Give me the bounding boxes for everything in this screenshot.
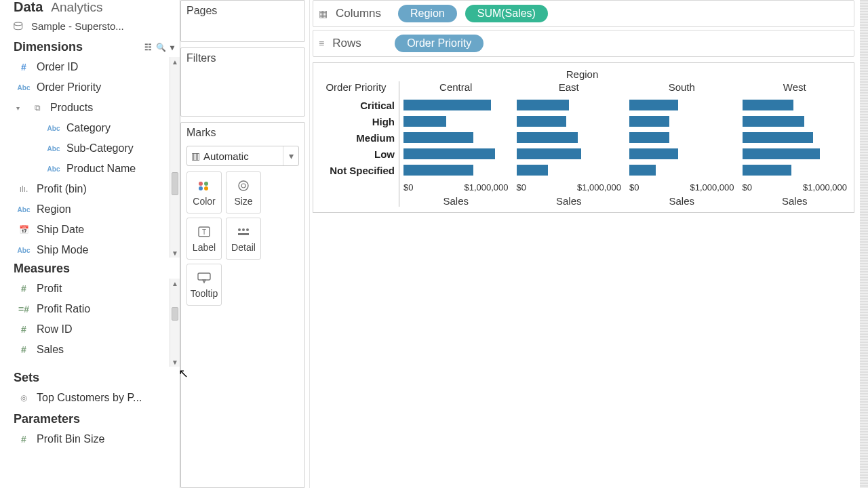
chart-column-central: Central$0$1,000,000Sales bbox=[399, 81, 513, 207]
bar-cell[interactable] bbox=[403, 162, 509, 178]
bar[interactable] bbox=[403, 148, 495, 159]
field-order-priority[interactable]: AbcOrder Priority bbox=[14, 77, 180, 98]
tab-data[interactable]: Data bbox=[14, 0, 43, 15]
tab-analytics[interactable]: Analytics bbox=[51, 0, 102, 15]
marks-label-button[interactable]: T Label bbox=[186, 218, 222, 260]
bar-cell[interactable] bbox=[743, 97, 848, 113]
bar-cell[interactable] bbox=[403, 97, 509, 113]
field-ship-mode[interactable]: AbcShip Mode bbox=[14, 240, 180, 260]
field-profit-bin-size[interactable]: #Profit Bin Size bbox=[14, 429, 180, 449]
bar[interactable] bbox=[743, 165, 791, 176]
field-profit[interactable]: #Profit bbox=[14, 279, 180, 299]
collapse-icon[interactable]: ▾ bbox=[16, 104, 24, 112]
bar-cell[interactable] bbox=[629, 162, 734, 178]
bar-cell[interactable] bbox=[517, 129, 622, 146]
marks-detail-button[interactable]: Detail bbox=[226, 218, 261, 260]
bar[interactable] bbox=[517, 116, 566, 127]
row-header-cell: Medium bbox=[313, 129, 399, 146]
bar[interactable] bbox=[517, 148, 581, 159]
bar[interactable] bbox=[403, 132, 473, 143]
chart-title: Region bbox=[313, 68, 851, 81]
pill-sum-sales[interactable]: SUM(Sales) bbox=[465, 5, 548, 22]
field-products-folder[interactable]: ▾⧉Products bbox=[14, 98, 180, 118]
field-row-id[interactable]: #Row ID bbox=[14, 319, 180, 340]
scroll-down-icon[interactable]: ▼ bbox=[170, 248, 180, 258]
number-icon: # bbox=[16, 283, 31, 294]
bar-cell[interactable] bbox=[403, 113, 509, 129]
bar[interactable] bbox=[629, 132, 669, 143]
columns-shelf[interactable]: ▦ Columns Region SUM(Sales) bbox=[313, 0, 854, 27]
field-sub-category[interactable]: AbcSub-Category bbox=[14, 138, 180, 159]
dimensions-menu-icon[interactable]: ▾ bbox=[170, 43, 174, 52]
bar[interactable] bbox=[743, 116, 804, 127]
bar-cell[interactable] bbox=[517, 97, 622, 113]
bar[interactable] bbox=[743, 100, 794, 110]
field-profit-ratio[interactable]: =#Profit Ratio bbox=[14, 299, 180, 319]
svg-rect-12 bbox=[238, 233, 249, 235]
bar-cell[interactable] bbox=[743, 162, 848, 178]
pill-region[interactable]: Region bbox=[398, 5, 457, 22]
mark-type-value: Automatic bbox=[203, 150, 283, 162]
bar[interactable] bbox=[517, 132, 578, 143]
scroll-down-icon[interactable]: ▼ bbox=[170, 357, 180, 367]
field-category[interactable]: AbcCategory bbox=[14, 118, 180, 138]
scrollbar-thumb[interactable] bbox=[172, 307, 178, 321]
bar[interactable] bbox=[403, 100, 491, 110]
marks-color-button[interactable]: Color bbox=[186, 171, 222, 214]
svg-point-3 bbox=[199, 186, 203, 190]
rows-shelf[interactable]: ≡ Rows Order Priority bbox=[313, 30, 854, 57]
bar[interactable] bbox=[629, 148, 678, 159]
datasource-row[interactable]: Sample - Supersto... bbox=[14, 15, 180, 36]
chart[interactable]: Region Order Priority CriticalHighMedium… bbox=[313, 62, 854, 213]
number-icon: # bbox=[16, 62, 31, 73]
bar-cell[interactable] bbox=[743, 113, 848, 129]
bar-cell[interactable] bbox=[743, 146, 848, 162]
pill-order-priority[interactable]: Order Priority bbox=[395, 35, 484, 52]
scrollbar-thumb[interactable] bbox=[172, 172, 178, 195]
mark-type-dropdown[interactable]: ▥ Automatic ▾ bbox=[186, 146, 299, 166]
field-ship-date[interactable]: 📅Ship Date bbox=[14, 220, 180, 240]
field-region[interactable]: AbcRegion bbox=[14, 199, 180, 220]
sets-list: ◎Top Customers by P... bbox=[14, 388, 180, 408]
scroll-up-icon[interactable]: ▲ bbox=[170, 279, 180, 288]
bar-cell[interactable] bbox=[629, 113, 734, 129]
bar-cell[interactable] bbox=[629, 129, 734, 146]
marks-size-button[interactable]: Size bbox=[226, 171, 261, 214]
x-axis-ticks: $0$1,000,000 bbox=[517, 178, 622, 192]
field-profit-bin[interactable]: ılı.Profit (bin) bbox=[14, 179, 180, 199]
scroll-up-icon[interactable]: ▲ bbox=[170, 57, 180, 66]
bar-cell[interactable] bbox=[517, 162, 622, 178]
bar[interactable] bbox=[403, 165, 473, 176]
field-order-id[interactable]: #Order ID bbox=[14, 57, 180, 77]
window-edge bbox=[860, 0, 868, 488]
bar[interactable] bbox=[629, 100, 678, 110]
bar[interactable] bbox=[517, 100, 569, 110]
bar-cell[interactable] bbox=[517, 113, 622, 129]
tooltip-icon bbox=[197, 270, 212, 285]
bar[interactable] bbox=[629, 116, 669, 127]
marks-tooltip-button[interactable]: Tooltip bbox=[186, 264, 222, 306]
search-icon[interactable]: 🔍 bbox=[156, 43, 166, 52]
bar-cell[interactable] bbox=[403, 129, 509, 146]
marks-size-label: Size bbox=[234, 196, 252, 207]
view-toggle-icon[interactable]: ☷ bbox=[144, 43, 152, 52]
pages-shelf[interactable]: Pages bbox=[180, 0, 305, 42]
measures-scrollbar[interactable]: ▲ ▼ bbox=[170, 279, 180, 367]
bar-cell[interactable] bbox=[517, 146, 622, 162]
bar[interactable] bbox=[629, 165, 656, 176]
bar-cell[interactable] bbox=[629, 97, 734, 113]
bar[interactable] bbox=[403, 116, 446, 127]
dimensions-scrollbar[interactable]: ▲ ▼ bbox=[170, 57, 180, 258]
bar[interactable] bbox=[517, 165, 548, 176]
bar[interactable] bbox=[743, 148, 821, 159]
field-top-customers-set[interactable]: ◎Top Customers by P... bbox=[14, 388, 180, 408]
field-product-name[interactable]: AbcProduct Name bbox=[14, 159, 180, 179]
bar[interactable] bbox=[743, 132, 813, 143]
cards-column: Pages Filters Marks ▥ Automatic ▾ Color … bbox=[180, 0, 310, 488]
bar-cell[interactable] bbox=[743, 129, 848, 146]
bar-cell[interactable] bbox=[403, 146, 509, 162]
filters-shelf[interactable]: Filters bbox=[180, 47, 305, 117]
field-sales[interactable]: #Sales bbox=[14, 340, 180, 360]
chevron-down-icon[interactable]: ▾ bbox=[283, 146, 298, 165]
bar-cell[interactable] bbox=[629, 146, 734, 162]
